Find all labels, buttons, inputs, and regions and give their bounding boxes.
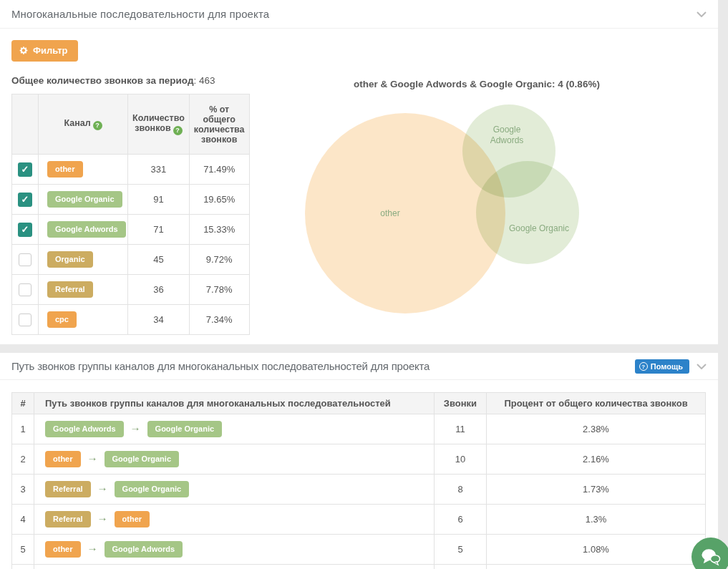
checkbox-checked[interactable]: ✓ [18,193,32,207]
chevron-down-icon[interactable] [697,11,707,17]
channel-badge: other [45,451,81,467]
channels-table: Канал? Количество звонков? % от общего к… [11,94,250,335]
checkbox-checked[interactable]: ✓ [18,162,32,177]
channel-badge: Referral [47,281,93,298]
filter-button[interactable]: Фильтр [11,40,78,62]
channels-table-header-row: Канал? Количество звонков? % от общего к… [12,94,250,155]
percent-cell: 7.78% [189,275,249,305]
panel-header: Многоканальные последовательности для пр… [0,0,718,29]
calls-column-header: Количество звонков? [128,94,190,155]
channel-badge: other [47,161,83,177]
path-column-header: Путь звонков группы каналов для многокан… [34,393,435,414]
percent-cell: 1.3% [487,505,706,535]
chat-widget-button[interactable] [691,538,728,569]
multichannel-sequences-panel: Многоканальные последовательности для пр… [0,0,718,344]
calls-column-header: Звонки [435,393,487,414]
percent-cell: 15.33% [189,215,249,245]
venn-label-google-organic: Google Organic [503,223,575,233]
channel-column-header: Канал? [39,94,128,155]
percent-cell: 7.34% [189,305,249,335]
calls-cell: 71 [128,215,190,245]
percent-cell: 71.49% [189,155,249,185]
channel-cell: Google Adwords [39,215,128,245]
panel-header: Путь звонков группы каналов для многокан… [0,353,718,380]
panel-title: Путь звонков группы каналов для многокан… [11,360,429,372]
percent-cell: 19.65% [189,185,249,215]
calls-cell: 6 [435,505,487,535]
calls-cell: 45 [128,245,190,275]
summary-label: Общее количество звонков за период [11,75,194,86]
percent-column-header: % от общего количества звонков [189,94,249,155]
calls-cell: 331 [128,155,190,185]
channel-badge: Google Adwords [105,541,183,558]
checkbox-checked[interactable]: ✓ [18,223,32,237]
help-button-label: Помощь [651,362,683,371]
main-column: Многоканальные последовательности для пр… [0,0,718,344]
calls-cell: 5 [435,535,487,565]
calls-total-summary: Общее количество звонков за период: 463 [11,75,215,86]
path-cell: other→Google Adwords [34,535,435,565]
gear-icon [19,46,29,55]
checkbox-unchecked[interactable] [19,253,31,266]
channel-badge: Referral [45,511,91,527]
checkbox-cell [12,305,39,335]
percent-cell: 1.73% [487,475,706,505]
path-cell: Referral→Google Organic [34,475,435,505]
channel-badge: Google Organic [147,421,223,437]
arrow-right-icon: → [97,481,108,493]
path-cell: Google Adwords→Google Organic [34,414,435,444]
percent-cell: 2.38% [487,414,706,444]
percent-cell: 9.72% [189,245,249,275]
table-row: 3Referral→Google Organic81.73% [12,475,706,505]
chevron-down-icon[interactable] [697,364,707,369]
empty-cell [487,565,706,569]
table-row-partial [12,565,706,569]
table-row: 2other→Google Organic102.16% [12,444,706,475]
empty-cell [34,565,435,569]
calls-cell: 36 [128,275,190,305]
num-column-header: # [12,393,34,414]
venn-label-other: other [369,208,412,218]
call-path-table-header-row: # Путь звонков группы каналов для многок… [12,393,706,414]
channel-cell: Referral [39,275,128,305]
table-row: 5other→Google Adwords51.08% [12,535,706,565]
checkbox-cell [12,275,39,305]
calls-cell: 34 [128,305,190,335]
checkbox-cell: ✓ [12,185,39,215]
venn-circle-google-organic[interactable] [476,161,579,264]
row-number-cell: 2 [12,444,34,475]
channel-cell: cpc [39,305,128,335]
channel-badge: Organic [47,251,93,268]
panel-title: Многоканальные последовательности для пр… [11,8,269,20]
call-path-table: # Путь звонков группы каналов для многок… [11,392,706,569]
channel-cell: other [39,155,128,185]
question-icon[interactable]: ? [173,126,183,135]
channel-badge: other [45,541,81,558]
channel-badge: Google Organic [115,481,190,497]
help-button[interactable]: ? Помощь [635,359,689,374]
percent-cell: 1.08% [487,535,706,565]
row-number-cell: 3 [12,475,34,505]
question-icon[interactable]: ? [93,121,102,130]
row-number-cell: 1 [12,414,34,444]
chat-bubbles-icon [700,548,722,567]
percent-column-header: Процент от общего количества звонков [487,393,706,414]
question-icon: ? [639,362,648,371]
calls-cell: 8 [435,475,487,505]
path-cell: Referral→other [34,505,435,535]
checkbox-unchecked[interactable] [19,283,31,296]
table-row: Organic459.72% [12,245,250,275]
table-row: Referral367.78% [12,275,250,305]
calls-cell: 91 [128,185,190,215]
call-path-panel: Путь звонков группы каналов для многокан… [0,353,718,569]
channel-cell: Organic [39,245,128,275]
channel-badge: Google Adwords [47,221,126,238]
checkbox-cell: ✓ [12,155,39,185]
table-row: ✓Google Organic9119.65% [12,185,250,215]
table-row: 4Referral→other61.3% [12,505,706,535]
channel-badge: Google Organic [105,451,180,467]
table-row: 1Google Adwords→Google Organic112.38% [12,414,706,444]
checkbox-unchecked[interactable] [19,313,31,326]
channel-badge: cpc [47,311,77,328]
channel-badge: Google Adwords [45,421,124,437]
